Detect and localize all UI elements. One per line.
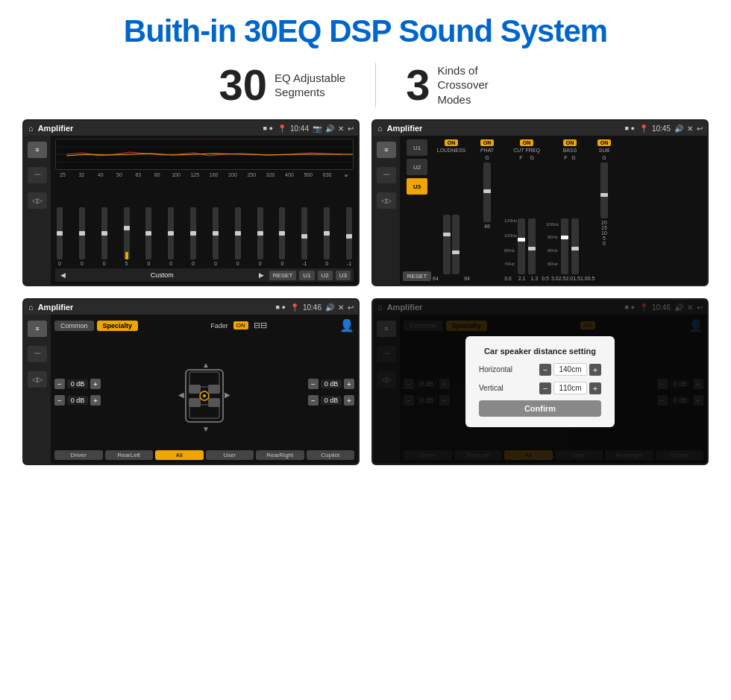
sub-section: ON SUB G 20 15 10 5 0 xyxy=(591,139,618,281)
left-rear-plus[interactable]: + xyxy=(90,395,101,406)
confirm-button[interactable]: Confirm xyxy=(479,400,601,417)
dialog-overlay: Car speaker distance setting Horizontal … xyxy=(373,315,707,464)
reset-btn-cross[interactable]: RESET xyxy=(403,271,432,281)
vol-btn[interactable]: ◁▷ xyxy=(28,192,47,209)
crossover-number: 3 xyxy=(406,63,430,107)
crossover-sections: ON LOUDNESS xyxy=(433,139,703,281)
vol-btn2[interactable]: ◁▷ xyxy=(377,192,396,209)
car-svg: ▲ ▼ ◀ ▶ xyxy=(171,359,238,433)
left-front-minus[interactable]: − xyxy=(54,379,65,389)
eq-main-content: 25 32 40 50 63 80 100 125 160 200 250 32… xyxy=(51,136,358,285)
sub-on[interactable]: ON xyxy=(597,139,612,146)
svg-text:◀: ◀ xyxy=(178,391,184,399)
home-icon: ⌂ xyxy=(28,124,34,133)
left-rear-minus[interactable]: − xyxy=(54,395,65,406)
left-rear-db: − 0 dB + xyxy=(54,395,101,406)
loudness-on[interactable]: ON xyxy=(445,139,459,146)
u3-btn-cross[interactable]: U3 xyxy=(407,178,427,195)
eq-graph xyxy=(55,139,354,170)
eq-slider-7: 0 xyxy=(190,207,196,266)
vertical-plus-btn[interactable]: + xyxy=(589,382,601,394)
x-icon: ✕ xyxy=(338,124,344,133)
screen4: ⌂ Amplifier ■ ● 📍 10:46 🔊 ✕ ↩ ≡ 〰 xyxy=(373,300,707,464)
eq-mode-btn3[interactable]: ≡ xyxy=(28,321,47,337)
crossover-label: Kinds of Crossover Modes xyxy=(437,63,512,107)
eq-mode-btn2[interactable]: ≡ xyxy=(377,142,396,158)
bass-on[interactable]: ON xyxy=(563,139,577,146)
reset-btn[interactable]: RESET xyxy=(269,271,297,280)
wave-btn3[interactable]: 〰 xyxy=(28,346,47,362)
specialty-tab[interactable]: Specialty xyxy=(97,321,139,331)
screen2-icons: ■ ● xyxy=(625,124,635,132)
svg-rect-8 xyxy=(208,385,220,394)
main-title: Buith-in 30EQ DSP Sound System xyxy=(124,13,607,49)
screen3-wrapper: ⌂ Amplifier ■ ● 📍 10:46 🔊 ✕ ↩ ≡ 〰 xyxy=(22,298,360,465)
back-icon: ↩ xyxy=(348,124,354,133)
cutfreq-on[interactable]: ON xyxy=(520,139,534,146)
all-btn[interactable]: All xyxy=(155,450,204,460)
rear-right-btn[interactable]: RearRight xyxy=(256,450,304,460)
eq-number: 30 xyxy=(219,63,268,107)
u1-btn[interactable]: U1 xyxy=(299,271,314,280)
left-front-plus[interactable]: + xyxy=(90,379,101,389)
wave-btn[interactable]: 〰 xyxy=(28,167,47,183)
screen3-sidebar: ≡ 〰 ◁▷ xyxy=(24,315,51,464)
screen3-body: ≡ 〰 ◁▷ Common Specialty Fader ON ⊟⊟ 👤 xyxy=(24,315,358,464)
distance-dialog: Car speaker distance setting Horizontal … xyxy=(465,336,615,427)
vol-btn3[interactable]: ◁▷ xyxy=(28,371,47,388)
u3-btn[interactable]: U3 xyxy=(336,271,351,280)
common-tab[interactable]: Common xyxy=(54,321,94,331)
x-icon2: ✕ xyxy=(687,124,693,133)
x-icon3: ✕ xyxy=(338,303,344,312)
fader-on[interactable]: ON xyxy=(233,321,248,329)
eq-slider-3: 0 xyxy=(101,207,107,266)
screenshots-grid: ⌂ Amplifier ■ ● 📍 10:44 📷 🔊 ✕ ↩ ≡ xyxy=(0,119,731,465)
home-icon2: ⌂ xyxy=(377,124,383,133)
camera-icon: 📷 xyxy=(313,124,321,133)
right-rear-minus[interactable]: − xyxy=(308,395,319,406)
right-front-plus[interactable]: + xyxy=(344,379,354,389)
svg-point-12 xyxy=(203,394,206,397)
eq-mode-btn[interactable]: ≡ xyxy=(28,142,47,158)
u2-btn-cross[interactable]: U2 xyxy=(407,159,427,175)
u1-btn-cross[interactable]: U1 xyxy=(407,139,427,156)
right-rear-plus[interactable]: + xyxy=(344,395,354,406)
right-front-db: − 0 dB + xyxy=(308,379,354,389)
spec-tab-row: Common Specialty Fader ON ⊟⊟ 👤 xyxy=(54,318,354,332)
screen1-body: ≡ 〰 ◁▷ xyxy=(24,136,358,285)
rear-left-btn[interactable]: RearLeft xyxy=(105,450,154,460)
screen2-title: Amplifier xyxy=(387,124,621,133)
speaker-layout: − 0 dB + − 0 dB + xyxy=(54,337,354,447)
right-front-minus[interactable]: − xyxy=(308,379,319,389)
screen3-title: Amplifier xyxy=(38,303,272,312)
phat-on[interactable]: ON xyxy=(480,139,495,146)
person-icon: 👤 xyxy=(339,318,354,332)
eq-slider-10: 0 xyxy=(257,207,263,266)
crossover-stat: 3 Kinds of Crossover Modes xyxy=(376,63,542,107)
screen1: ⌂ Amplifier ■ ● 📍 10:44 📷 🔊 ✕ ↩ ≡ xyxy=(24,121,358,285)
eq-slider-2: 0 xyxy=(79,207,85,266)
loudness-section: ON LOUDNESS xyxy=(433,139,470,281)
driver-btn[interactable]: Driver xyxy=(54,450,103,460)
vol-icon3: 🔊 xyxy=(325,303,334,312)
eq-slider-5: 0 xyxy=(145,207,151,266)
copilot-btn[interactable]: Copilot xyxy=(307,450,355,460)
eq-next-btn[interactable]: ▶ xyxy=(257,271,266,280)
screen2-topbar: ⌂ Amplifier ■ ● 📍 10:45 🔊 ✕ ↩ xyxy=(373,121,707,136)
horizontal-plus-btn[interactable]: + xyxy=(589,364,601,376)
left-front-db: − 0 dB + xyxy=(54,379,101,389)
vertical-minus-btn[interactable]: − xyxy=(539,382,551,394)
home-icon3: ⌂ xyxy=(28,303,34,312)
cutfreq-section: ON CUT FREQ F G 120Hz xyxy=(504,139,549,281)
horizontal-minus-btn[interactable]: − xyxy=(539,364,551,376)
vertical-value: 110cm xyxy=(553,382,587,394)
u2-btn[interactable]: U2 xyxy=(318,271,333,280)
header: Buith-in 30EQ DSP Sound System xyxy=(124,0,607,57)
dialog-title: Car speaker distance setting xyxy=(479,347,601,356)
eq-slider-1: 0 xyxy=(57,207,63,266)
eq-stat: 30 EQ Adjustable Segments xyxy=(189,63,376,107)
eq-prev-btn[interactable]: ◀ xyxy=(58,271,68,280)
screen1-title: Amplifier xyxy=(38,124,259,133)
wave-btn2[interactable]: 〰 xyxy=(377,167,396,183)
user-btn[interactable]: User xyxy=(206,450,254,460)
